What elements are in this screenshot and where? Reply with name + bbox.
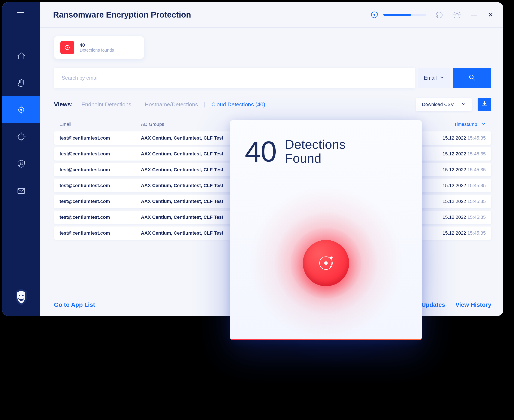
brand-logo: [2, 287, 40, 308]
search-icon: [468, 74, 476, 82]
sidebar-item-crosshair[interactable]: [2, 123, 40, 150]
chevron-down-icon: [440, 75, 444, 81]
sidebar: [2, 2, 40, 316]
scan-progress-icon: [369, 10, 379, 20]
download-csv-label: Download CSV: [422, 102, 454, 107]
svg-point-27: [324, 261, 328, 265]
hand-icon: [16, 78, 26, 88]
radar-core-icon: [303, 240, 349, 286]
go-to-app-list-link[interactable]: Go to App List: [54, 301, 95, 308]
svg-point-16: [19, 295, 20, 296]
col-email: Email: [60, 122, 141, 127]
svg-point-4: [20, 109, 22, 111]
download-button[interactable]: [478, 98, 491, 111]
svg-point-22: [67, 47, 68, 48]
summary-count: 40: [80, 42, 114, 48]
cell-email: test@centiumtest.com: [60, 183, 141, 188]
tab-hostname[interactable]: Hostname/Detections: [145, 101, 198, 108]
progress-fill: [383, 14, 411, 16]
minimize-button[interactable]: —: [470, 11, 478, 18]
overlay-label: Detections Found: [285, 138, 346, 165]
detections-overlay-card: 40 Detections Found: [230, 120, 422, 340]
summary-card: 40 Detections founds: [54, 36, 144, 59]
search-input-wrap[interactable]: [54, 68, 415, 88]
sidebar-item-user-shield[interactable]: [2, 150, 40, 177]
views-label: Views:: [54, 101, 73, 108]
sort-chevron-icon[interactable]: [481, 122, 486, 127]
sidebar-item-detections[interactable]: [2, 96, 40, 123]
alert-badge-icon: [60, 41, 74, 54]
search-input[interactable]: [62, 75, 407, 81]
cell-email: test@centiumtest.com: [60, 215, 141, 220]
sidebar-item-home[interactable]: [2, 42, 40, 69]
sidebar-item-block[interactable]: [2, 69, 40, 96]
svg-point-9: [18, 134, 24, 140]
mail-icon: [16, 186, 26, 196]
refresh-icon[interactable]: [434, 10, 444, 20]
radar-graphic: [249, 186, 403, 340]
user-shield-icon: [16, 159, 26, 169]
scan-progress: [369, 10, 426, 20]
overlay-count: 40: [245, 135, 276, 168]
cell-email: test@centiumtest.com: [60, 151, 141, 157]
svg-point-28: [330, 256, 333, 259]
svg-point-14: [20, 162, 22, 164]
crosshair-icon: [16, 132, 26, 142]
cell-email: test@centiumtest.com: [60, 230, 141, 236]
svg-line-25: [473, 78, 475, 80]
search-filter-label: Email: [424, 75, 437, 81]
svg-point-20: [456, 14, 458, 16]
page-title: Ransomware Encryption Protection: [53, 10, 191, 20]
sidebar-item-mail[interactable]: [2, 177, 40, 204]
home-icon: [16, 51, 26, 61]
close-button[interactable]: ✕: [486, 11, 495, 19]
tab-cloud[interactable]: Cloud Detections (40): [211, 101, 265, 108]
search-button[interactable]: [453, 68, 491, 88]
svg-point-23: [68, 45, 69, 46]
summary-label: Detections founds: [80, 48, 114, 53]
svg-point-19: [373, 14, 375, 16]
chevron-down-icon: [462, 102, 466, 107]
hamburger-icon[interactable]: [16, 8, 27, 17]
download-csv-select[interactable]: Download CSV: [416, 98, 472, 111]
tab-endpoint[interactable]: Endpoint Detections: [81, 101, 131, 108]
search-filter-select[interactable]: Email: [418, 68, 450, 88]
cell-email: test@centiumtest.com: [60, 167, 141, 172]
gear-icon[interactable]: [452, 10, 462, 20]
cell-email: test@centiumtest.com: [60, 199, 141, 204]
svg-point-17: [22, 295, 23, 296]
cell-email: test@centiumtest.com: [60, 135, 141, 141]
header: Ransomware Encryption Protection — ✕: [40, 2, 503, 28]
svg-rect-15: [18, 188, 25, 194]
download-icon: [481, 101, 488, 109]
target-icon: [16, 105, 26, 115]
